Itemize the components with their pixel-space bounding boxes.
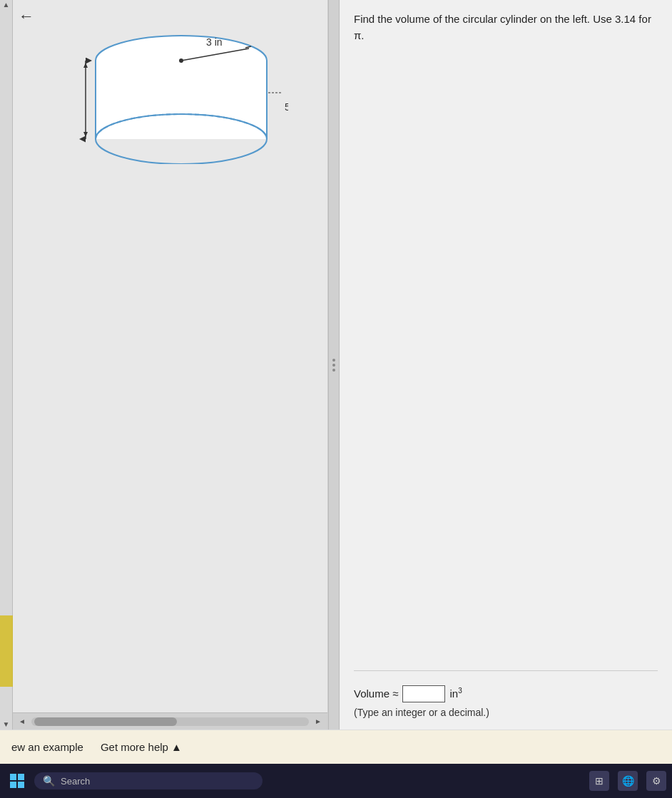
- svg-text:5 in: 5 in: [285, 101, 288, 113]
- divider-dot: [332, 359, 335, 362]
- panel-top-row: ←: [13, 0, 327, 181]
- unit-exponent: 3: [458, 687, 462, 695]
- get-help-link[interactable]: Get more help ▲: [101, 741, 182, 753]
- win-cell-4: [18, 782, 24, 788]
- answer-area: Volume ≈ in3 (Type an integer or a decim…: [354, 670, 658, 718]
- volume-label: Volume ≈: [354, 687, 398, 700]
- accent-strip: [0, 615, 13, 687]
- taskbar-icon-2[interactable]: 🌐: [618, 771, 638, 791]
- right-panel: Find the volume of the circular cylinder…: [340, 0, 672, 730]
- svg-marker-12: [83, 63, 88, 68]
- hint-text: (Type an integer or a decimal.): [354, 707, 658, 718]
- svg-rect-1: [96, 61, 267, 139]
- taskbar-icon-1[interactable]: ⊞: [589, 771, 609, 791]
- left-panel: ▲ ▼ ←: [0, 0, 328, 730]
- taskbar: 🔍 Search ⊞ 🌐 ⚙: [0, 764, 672, 798]
- search-icon: 🔍: [43, 775, 55, 787]
- svg-marker-13: [83, 132, 88, 137]
- view-example-link[interactable]: ew an example: [11, 741, 83, 753]
- scrollbar-track[interactable]: [31, 717, 309, 726]
- back-arrow[interactable]: ←: [19, 9, 34, 24]
- scroll-up-arrow[interactable]: ▲: [3, 1, 10, 9]
- search-label: Search: [61, 776, 90, 787]
- scroll-left-arrow[interactable]: ◄: [16, 716, 29, 727]
- cylinder-svg: 3 in 5 in: [74, 21, 288, 164]
- horizontal-scrollbar[interactable]: ◄ ►: [13, 712, 327, 730]
- win-cell-2: [18, 774, 24, 780]
- cylinder-diagram: 3 in 5 in: [40, 7, 322, 174]
- volume-input[interactable]: [402, 685, 445, 702]
- taskbar-search-bar[interactable]: 🔍 Search: [34, 772, 263, 789]
- scroll-right-arrow[interactable]: ►: [312, 716, 325, 727]
- unit-label: in3: [449, 687, 462, 700]
- divider-dots: [332, 359, 335, 372]
- divider-dot: [332, 369, 335, 372]
- svg-text:3 in: 3 in: [206, 36, 223, 48]
- panel-divider[interactable]: [328, 0, 340, 730]
- scrollbar-thumb[interactable]: [34, 717, 177, 726]
- divider-dot: [332, 364, 335, 367]
- question-text: Find the volume of the circular cylinder…: [354, 11, 658, 44]
- taskbar-icon-3[interactable]: ⚙: [646, 771, 666, 791]
- windows-logo: [10, 774, 24, 788]
- scroll-down-arrow[interactable]: ▼: [3, 721, 10, 728]
- taskbar-right-icons: ⊞ 🌐 ⚙: [589, 771, 666, 791]
- bottom-bar: ew an example Get more help ▲: [0, 730, 672, 764]
- windows-start-button[interactable]: [6, 769, 29, 792]
- volume-row: Volume ≈ in3: [354, 685, 658, 702]
- win-cell-3: [10, 782, 16, 788]
- win-cell-1: [10, 774, 16, 780]
